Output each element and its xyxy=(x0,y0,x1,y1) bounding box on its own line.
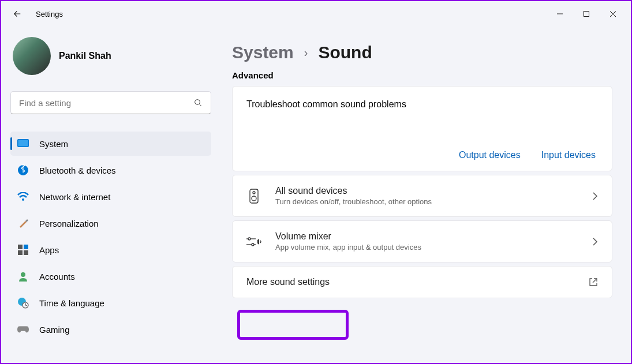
sidebar-item-label: Apps xyxy=(39,245,59,255)
sidebar-item-label: Accounts xyxy=(39,272,75,282)
clock-globe-icon xyxy=(17,297,29,309)
paintbrush-icon xyxy=(17,217,29,229)
row-title: All sound devices xyxy=(275,186,578,196)
svg-rect-13 xyxy=(24,250,28,255)
section-advanced-label: Advanced xyxy=(232,70,612,80)
breadcrumb: System › Sound xyxy=(232,43,612,62)
svg-point-22 xyxy=(252,196,256,201)
external-link-icon xyxy=(589,277,598,287)
svg-rect-7 xyxy=(18,140,28,147)
row-title: Volume mixer xyxy=(275,231,578,242)
sidebar-item-system[interactable]: System xyxy=(10,132,211,156)
all-sound-devices-row[interactable]: All sound devices Turn devices on/off, t… xyxy=(232,175,612,217)
svg-point-24 xyxy=(248,238,250,240)
apps-icon xyxy=(17,244,29,256)
search-icon xyxy=(193,98,203,107)
breadcrumb-current: Sound xyxy=(318,43,372,62)
chevron-right-icon: › xyxy=(304,46,308,59)
close-button[interactable] xyxy=(600,2,626,25)
bluetooth-icon xyxy=(17,164,29,176)
window-controls xyxy=(547,2,626,25)
gamepad-icon xyxy=(17,324,29,335)
output-devices-link[interactable]: Output devices xyxy=(459,150,521,160)
svg-point-21 xyxy=(253,192,255,194)
sidebar-item-accounts[interactable]: Accounts xyxy=(10,264,211,288)
main-content: System › Sound Advanced Troubleshoot com… xyxy=(220,27,631,363)
speaker-icon xyxy=(246,189,261,204)
sidebar-item-network[interactable]: Network & internet xyxy=(10,185,211,209)
svg-rect-11 xyxy=(24,245,28,249)
titlebar: Settings xyxy=(1,1,631,27)
svg-line-27 xyxy=(593,279,597,283)
chevron-right-icon xyxy=(592,237,598,246)
wifi-icon xyxy=(17,191,29,202)
svg-line-5 xyxy=(199,104,201,106)
user-name: Pankil Shah xyxy=(59,51,111,61)
minimize-button[interactable] xyxy=(547,2,573,25)
more-sound-settings-row[interactable]: More sound settings xyxy=(232,266,612,298)
back-button[interactable] xyxy=(6,2,29,25)
sidebar-item-bluetooth[interactable]: Bluetooth & devices xyxy=(10,158,211,182)
search-input[interactable] xyxy=(19,98,193,108)
sidebar-item-label: Personalization xyxy=(39,219,99,228)
sidebar-item-label: Network & internet xyxy=(39,192,110,202)
svg-point-14 xyxy=(21,272,25,277)
row-subtitle: Turn devices on/off, troubleshoot, other… xyxy=(275,197,578,206)
troubleshoot-title: Troubleshoot common sound problems xyxy=(246,99,598,110)
volume-mixer-row[interactable]: Volume mixer App volume mix, app input &… xyxy=(232,220,612,262)
troubleshoot-card: Troubleshoot common sound problems Outpu… xyxy=(232,86,612,171)
sidebar-item-label: System xyxy=(39,139,68,149)
input-devices-link[interactable]: Input devices xyxy=(541,150,596,160)
breadcrumb-parent[interactable]: System xyxy=(232,43,294,62)
sidebar-item-personalization[interactable]: Personalization xyxy=(10,211,211,235)
nav: System Bluetooth & devices Network & int… xyxy=(10,132,211,342)
sidebar-item-gaming[interactable]: Gaming xyxy=(10,317,211,342)
svg-point-4 xyxy=(195,100,200,105)
person-icon xyxy=(17,271,29,282)
sidebar-item-label: Time & language xyxy=(39,298,104,308)
window-title: Settings xyxy=(36,10,63,18)
avatar xyxy=(13,37,51,75)
sidebar: Pankil Shah System Bluetooth & devices N… xyxy=(1,27,220,363)
search-box[interactable] xyxy=(10,91,211,114)
row-title: More sound settings xyxy=(246,277,575,287)
row-subtitle: App volume mix, app input & output devic… xyxy=(275,243,578,252)
maximize-button[interactable] xyxy=(573,2,600,25)
svg-rect-12 xyxy=(18,250,23,255)
system-icon xyxy=(17,138,29,149)
svg-rect-10 xyxy=(18,245,23,249)
svg-point-9 xyxy=(22,198,24,201)
sidebar-item-label: Bluetooth & devices xyxy=(39,166,116,175)
sidebar-item-label: Gaming xyxy=(39,325,70,335)
svg-rect-1 xyxy=(584,12,589,17)
sidebar-item-apps[interactable]: Apps xyxy=(10,238,211,262)
mixer-icon xyxy=(246,236,261,247)
chevron-right-icon xyxy=(592,192,598,201)
sidebar-item-time-language[interactable]: Time & language xyxy=(10,291,211,315)
user-block[interactable]: Pankil Shah xyxy=(10,27,211,91)
svg-point-26 xyxy=(252,243,254,246)
